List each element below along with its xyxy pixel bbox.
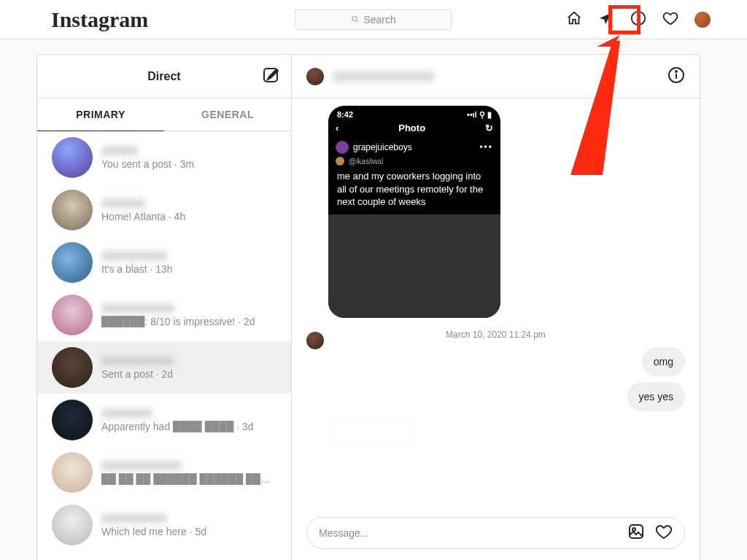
search-container: Search	[295, 9, 452, 30]
shared-post-image-grid	[328, 214, 500, 318]
reply-avatar	[336, 157, 344, 166]
profile-avatar[interactable]	[694, 12, 711, 28]
conversation-name	[101, 514, 167, 523]
composer	[292, 505, 700, 560]
chat-panel: 8:42 ••ıl ⚲ ▮ ‹ Photo ↻ grapejuiceboys •…	[292, 54, 700, 560]
conversation-item[interactable]: ██ ██ ██ ██████ ██████ ████… · 5d	[37, 446, 291, 499]
shared-post-reply-handle: @ikasliwal	[349, 158, 383, 166]
tab-primary[interactable]: PRIMARY	[37, 98, 164, 131]
sidebar-header: Direct	[37, 55, 291, 98]
conversation-preview: ██████: 8/10 is impressive! · 2d	[101, 316, 276, 327]
signal-icon: ••ıl ⚲ ▮	[467, 110, 492, 120]
conversation-preview: Apparently had ████ ████ · 3d	[101, 421, 276, 432]
svg-rect-10	[630, 525, 643, 538]
conversation-preview: It's a blast · 13h	[101, 263, 276, 275]
back-chevron-icon: ‹	[336, 122, 338, 133]
chat-partner-name[interactable]	[333, 71, 435, 82]
conversation-avatar	[52, 242, 93, 283]
search-placeholder: Search	[363, 14, 395, 26]
conversation-name	[101, 409, 152, 418]
message-timestamp: March 10, 2020 11:24 pm	[306, 330, 685, 340]
shared-post-caption: me and my coworkers logging into all of …	[328, 168, 500, 214]
conversation-item[interactable]: It's a blast · 13h	[37, 236, 291, 289]
shared-post-account-row: grapejuiceboys •••	[328, 138, 500, 157]
svg-line-1	[356, 20, 358, 23]
refresh-icon: ↻	[485, 122, 493, 133]
shared-post-reply-row: @ikasliwal	[328, 157, 500, 168]
sidebar-title: Direct	[147, 70, 180, 83]
conversation-name	[101, 252, 167, 260]
conversation-preview: Sent a post · 2d	[101, 368, 276, 380]
conversation-avatar	[52, 137, 93, 178]
shared-post-account-avatar	[336, 141, 349, 154]
sent-message-bubble[interactable]: omg	[642, 347, 685, 376]
conversation-info-button[interactable]	[667, 66, 685, 87]
conversation-name	[101, 462, 182, 470]
add-photo-icon[interactable]	[627, 523, 645, 543]
conversation-item[interactable]: You sent a post · 3m	[37, 131, 291, 184]
shared-post-navbar: ‹ Photo ↻	[328, 121, 500, 138]
activity-heart-icon[interactable]	[662, 10, 678, 29]
inbox-sidebar: Direct PRIMARY GENERAL You sent a post ·…	[36, 54, 292, 560]
conversation-preview: ██ ██ ██ ██████ ██████ ████… · 5d	[101, 473, 276, 485]
chat-header	[292, 55, 700, 98]
chat-partner-avatar[interactable]	[306, 68, 324, 85]
message-input[interactable]	[319, 527, 617, 539]
conversation-name	[101, 304, 174, 313]
conversation-name	[101, 199, 145, 208]
more-options-icon: •••	[479, 142, 493, 152]
svg-point-9	[676, 71, 677, 72]
inbox-tabs: PRIMARY GENERAL	[37, 98, 291, 131]
conversation-preview: Home! Atlanta · 4h	[101, 211, 276, 222]
search-input[interactable]: Search	[295, 9, 452, 30]
svg-point-11	[632, 528, 635, 531]
sent-message-bubble[interactable]: yes yes	[627, 382, 685, 411]
conversation-item[interactable]: Sent a post · 2d	[37, 341, 291, 394]
conversation-item[interactable]: Which led me here · 5d	[37, 499, 291, 551]
tab-general[interactable]: GENERAL	[164, 98, 291, 131]
shared-post-statusbar: 8:42 ••ıl ⚲ ▮	[328, 106, 500, 121]
conversation-preview: Which led me here · 5d	[101, 526, 276, 537]
home-icon[interactable]	[566, 10, 582, 29]
conversation-avatar	[52, 347, 93, 388]
instagram-logo[interactable]: Instagram	[51, 7, 148, 32]
annotation-highlight-box	[608, 5, 640, 34]
search-icon	[351, 15, 359, 23]
shared-post-bubble[interactable]: 8:42 ••ıl ⚲ ▮ ‹ Photo ↻ grapejuiceboys •…	[328, 106, 500, 318]
conversation-list[interactable]: You sent a post · 3m Home! Atlanta · 4h …	[37, 131, 291, 560]
composer-field[interactable]	[306, 517, 685, 549]
shared-post-title: Photo	[398, 122, 425, 133]
message-sender-avatar[interactable]	[306, 332, 324, 349]
conversation-avatar	[52, 452, 93, 493]
svg-point-0	[352, 16, 357, 20]
conversation-name	[101, 147, 138, 155]
conversation-avatar	[52, 190, 93, 230]
conversation-preview: You sent a post · 3m	[101, 158, 276, 170]
shared-post-account-name: grapejuiceboys	[353, 142, 412, 152]
new-message-button[interactable]	[262, 66, 279, 87]
conversation-item[interactable]: ██████: 8/10 is impressive! · 2d	[37, 289, 291, 341]
conversation-avatar	[52, 505, 93, 545]
conversation-avatar	[52, 295, 93, 335]
conversation-item[interactable]: Home! Atlanta · 4h	[37, 184, 291, 236]
main-content: Direct PRIMARY GENERAL You sent a post ·…	[0, 39, 747, 560]
conversation-item[interactable]: Apparently had ████ ████ · 3d	[37, 394, 291, 446]
conversation-avatar	[52, 400, 93, 440]
conversation-name	[101, 357, 174, 365]
chat-messages[interactable]: 8:42 ••ıl ⚲ ▮ ‹ Photo ↻ grapejuiceboys •…	[292, 98, 700, 505]
incoming-message-bubble	[328, 417, 416, 446]
like-heart-icon[interactable]	[655, 523, 673, 543]
